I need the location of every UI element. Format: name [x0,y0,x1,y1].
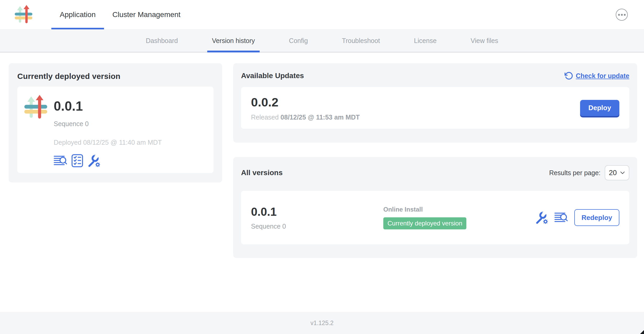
corner-wedge [640,330,644,334]
install-type-label: Online Install [383,206,535,213]
available-updates-title: Available Updates [241,72,304,80]
results-per-page: Results per page: 20 [549,165,629,180]
results-per-page-label: Results per page: [549,169,601,177]
all-versions-title: All versions [241,169,283,177]
preflight-checks-icon[interactable] [72,154,83,167]
tab-dashboard[interactable]: Dashboard [141,30,183,52]
release-notes-icon[interactable] [54,155,67,167]
row-version-number: 0.0.1 [251,205,383,218]
update-info: 0.0.2 Released 08/12/25 @ 11:53 am MDT [251,95,360,121]
deploy-button[interactable]: Deploy [580,100,619,116]
version-row-actions: Redeploy [535,209,619,226]
all-versions-header: All versions Results per page: 20 [241,165,629,180]
app-logo-arrows-icon [24,95,48,120]
tab-version-history[interactable]: Version history [207,30,260,52]
deployed-version-logo [24,95,48,120]
chevron-down-icon [620,171,625,175]
config-icon[interactable] [87,154,100,167]
deployed-timestamp: Deployed 08/12/25 @ 11:40 am MDT [54,139,162,146]
check-for-update-link[interactable]: Check for update [564,71,629,80]
row-sequence: Sequence 0 [251,223,383,230]
update-released-line: Released 08/12/25 @ 11:53 am MDT [251,114,360,121]
deployed-version-number: 0.0.1 [54,99,162,114]
tab-view-files[interactable]: View files [466,30,503,52]
results-per-page-select[interactable]: 20 [605,165,629,180]
results-per-page-value: 20 [609,169,617,177]
app-logo [15,5,33,24]
version-row: 0.0.1 Sequence 0 Online Install Currentl… [241,191,629,244]
version-row-info: 0.0.1 Sequence 0 [251,205,383,230]
deployed-version-info: 0.0.1 Sequence 0 Deployed 08/12/25 @ 11:… [54,94,162,165]
currently-deployed-inner-card: 0.0.1 Sequence 0 Deployed 08/12/25 @ 11:… [17,87,214,173]
released-timestamp: 08/12/25 @ 11:53 am MDT [281,114,360,121]
top-nav: Application Cluster Management [0,0,644,30]
available-updates-header: Available Updates Check for update [241,71,629,80]
tab-cluster-management-label: Cluster Management [112,10,181,19]
deployed-actions [54,154,162,167]
update-row: 0.0.2 Released 08/12/25 @ 11:53 am MDT D… [241,87,629,129]
tab-troubleshoot[interactable]: Troubleshoot [337,30,385,52]
overflow-menu-button[interactable] [616,9,628,21]
released-label: Released [251,114,279,121]
topnav-spacer [189,0,616,29]
all-versions-card: All versions Results per page: 20 0.0.1 … [233,157,637,258]
app-sub-nav: Dashboard Version history Config Trouble… [0,30,644,52]
currently-deployed-card: Currently deployed version 0.0.1 Sequenc… [9,63,222,182]
currently-deployed-badge: Currently deployed version [383,217,466,229]
tab-config[interactable]: Config [284,30,313,52]
redeploy-button[interactable]: Redeploy [574,209,619,226]
deployed-sequence: Sequence 0 [54,120,162,128]
release-notes-icon[interactable] [554,212,568,224]
update-version-number: 0.0.2 [251,95,360,109]
refresh-icon [564,71,573,80]
config-icon[interactable] [535,211,548,224]
tab-application[interactable]: Application [51,0,104,29]
available-updates-card: Available Updates Check for update 0.0.2… [233,63,637,143]
tab-application-label: Application [60,10,96,19]
currently-deployed-title: Currently deployed version [17,72,214,81]
tab-license[interactable]: License [409,30,441,52]
console-version: v1.125.2 [310,320,334,327]
main-content: Currently deployed version 0.0.1 Sequenc… [0,52,644,312]
right-column: Available Updates Check for update 0.0.2… [233,63,637,258]
version-row-status: Online Install Currently deployed versio… [383,206,535,229]
ellipsis-icon [618,14,620,16]
app-logo-arrows-icon [15,5,33,24]
tab-cluster-management[interactable]: Cluster Management [104,0,189,29]
check-for-update-label: Check for update [576,72,629,80]
footer: v1.125.2 [0,312,644,334]
